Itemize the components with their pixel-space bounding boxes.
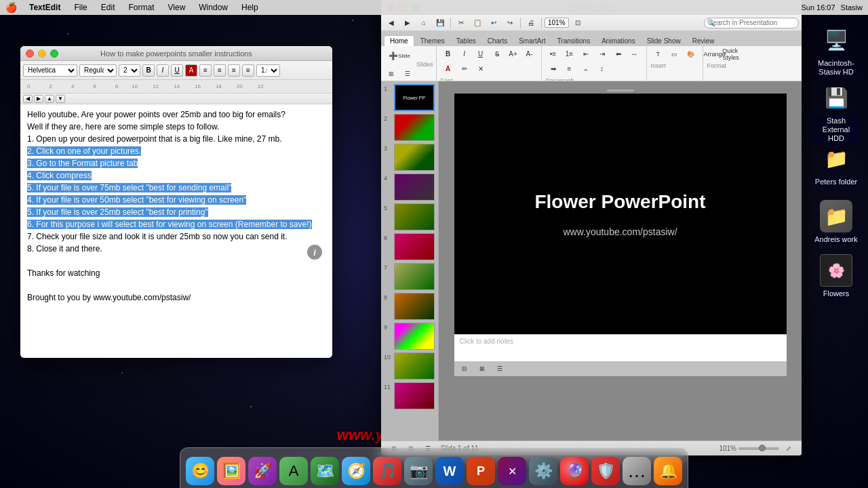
para-numbered[interactable]: 1≡: [562, 47, 577, 61]
slide-grid-btn[interactable]: ⊞: [384, 67, 399, 81]
para-align-center[interactable]: ↔: [627, 47, 642, 61]
ppt-fwd-btn[interactable]: ▶: [400, 16, 415, 30]
slide-img-1[interactable]: Flower PP: [394, 84, 435, 111]
dock-shield[interactable]: 🛡️: [591, 457, 620, 485]
slide-img-11[interactable]: [394, 382, 435, 409]
resize-handle-top[interactable]: ···: [454, 88, 787, 92]
slide-thumb-4[interactable]: 4: [384, 174, 435, 201]
dock-maps[interactable]: 🗺️: [311, 457, 339, 485]
font-size-dec[interactable]: A-: [522, 47, 537, 61]
desktop-icon-macintosh-hd[interactable]: 🖥️ Macintosh-Stasiw HD: [812, 24, 860, 77]
tab-review[interactable]: Review: [687, 36, 720, 46]
justify-button[interactable]: ≡: [242, 64, 254, 77]
format-quick-styles[interactable]: Quick Styles: [724, 47, 738, 61]
ppt-home-btn[interactable]: ⌂: [416, 16, 431, 30]
tab-animations[interactable]: Animations: [596, 36, 640, 46]
tab-slideshow[interactable]: Slide Show: [642, 36, 686, 46]
slide-thumb-5[interactable]: 5: [384, 203, 435, 230]
slide-img-9[interactable]: [394, 323, 435, 350]
slide-thumb-9[interactable]: 9: [384, 323, 435, 350]
size-select[interactable]: 24: [119, 64, 140, 77]
slide-img-10[interactable]: [394, 352, 435, 380]
nav-right-button[interactable]: ▶: [34, 95, 43, 103]
dock-photos[interactable]: 🖼️: [217, 457, 245, 485]
zoom-control[interactable]: 101% ⤢: [719, 442, 796, 455]
zoom-fullscreen[interactable]: ⤢: [781, 442, 796, 455]
align-left-button[interactable]: ≡: [199, 64, 212, 77]
dock-safari[interactable]: 🧭: [342, 457, 370, 485]
para-align-right[interactable]: ➡: [546, 62, 561, 76]
font-select[interactable]: Helvetica: [23, 64, 77, 77]
underline-button[interactable]: U: [171, 64, 183, 77]
font-strikethrough[interactable]: S̶: [490, 47, 505, 61]
tab-charts[interactable]: Charts: [482, 36, 513, 46]
para-align-left[interactable]: ⬅: [611, 47, 626, 61]
align-right-button[interactable]: ≡: [228, 64, 240, 77]
para-columns[interactable]: ⫠: [578, 62, 593, 76]
dock-more[interactable]: …: [623, 457, 651, 485]
maximize-button[interactable]: [50, 49, 58, 58]
style-select[interactable]: Regular: [79, 64, 117, 77]
tab-themes[interactable]: Themes: [415, 36, 450, 46]
dock-recents[interactable]: 🔔: [654, 457, 682, 485]
zoom-fit-btn[interactable]: ⊡: [570, 16, 585, 30]
align-center-button[interactable]: ≡: [214, 64, 226, 77]
dock-launchpad[interactable]: 🚀: [248, 457, 277, 485]
tab-smartart[interactable]: SmartArt: [513, 36, 551, 46]
insert-color[interactable]: 🎨: [684, 47, 698, 61]
font-underline[interactable]: U: [473, 47, 488, 61]
menubar-edit[interactable]: Edit: [96, 1, 121, 14]
insert-textbox[interactable]: T: [651, 47, 666, 61]
ppt-print-btn[interactable]: 🖨: [524, 16, 538, 30]
slide-normal-view[interactable]: ⊟: [457, 362, 472, 375]
slide-img-5[interactable]: [394, 203, 435, 230]
desktop-icon-peters-folder[interactable]: 📁 Peters folder: [812, 142, 860, 187]
font-clear[interactable]: ✕: [473, 62, 488, 76]
slide-list-btn[interactable]: ☰: [400, 67, 415, 81]
para-spacing[interactable]: ↕: [595, 62, 610, 76]
slide-thumb-2[interactable]: 2: [384, 114, 435, 141]
slide-img-2[interactable]: [394, 114, 435, 141]
ppt-cut-btn[interactable]: ✂: [454, 16, 469, 30]
desktop-icon-stash-hd[interactable]: 💾 Stash External HDD: [812, 81, 860, 144]
slide-thumb-1[interactable]: 1 Flower PP: [384, 84, 435, 111]
format-arrange[interactable]: Arrange: [707, 47, 722, 61]
slide-thumb-7[interactable]: 7: [384, 263, 435, 290]
dock-appstore[interactable]: A: [279, 457, 308, 485]
slide-img-8[interactable]: [394, 293, 435, 320]
slide-notes[interactable]: Click to add notes: [454, 334, 787, 361]
tab-transitions[interactable]: Transitions: [552, 36, 596, 46]
nav-up-button[interactable]: ▲: [45, 95, 54, 103]
tab-tables[interactable]: Tables: [451, 36, 481, 46]
font-italic[interactable]: I: [457, 47, 472, 61]
menubar-help[interactable]: Help: [236, 1, 264, 14]
slide-slide-view[interactable]: ⊠: [475, 362, 490, 375]
font-bold[interactable]: B: [441, 47, 456, 61]
bold-button[interactable]: B: [142, 64, 155, 77]
info-bubble[interactable]: i: [307, 245, 322, 260]
close-button[interactable]: [26, 49, 34, 58]
spacing-select[interactable]: 1.0: [256, 64, 280, 77]
para-bullet[interactable]: •≡: [546, 47, 561, 61]
menubar-file[interactable]: File: [68, 1, 92, 14]
ppt-copy-btn[interactable]: 📋: [470, 16, 485, 30]
desktop-icon-andreis-work[interactable]: 📁 Andreis work: [812, 200, 860, 245]
menubar-app-name[interactable]: TextEdit: [24, 1, 66, 14]
ppt-search-input[interactable]: [704, 18, 799, 28]
dock-camera[interactable]: 📷: [404, 457, 433, 485]
ppt-undo-btn[interactable]: ↩: [486, 16, 501, 30]
slide-panel[interactable]: 1 Flower PP 2 3 4 5: [381, 81, 439, 441]
tab-home[interactable]: Home: [384, 35, 414, 46]
para-indent-inc[interactable]: ⇥: [595, 47, 610, 61]
textedit-content[interactable]: Hello youtube, Are your power points ove…: [20, 104, 332, 358]
slide-thumb-3[interactable]: 3: [384, 144, 435, 171]
slide-img-4[interactable]: [394, 174, 435, 201]
slide-thumb-8[interactable]: 8: [384, 293, 435, 320]
para-indent-dec[interactable]: ⇤: [578, 47, 593, 61]
slide-thumb-10[interactable]: 10: [384, 352, 435, 380]
slide-img-7[interactable]: [394, 263, 435, 290]
dock-powerpoint[interactable]: P: [467, 457, 495, 485]
ppt-save-btn[interactable]: 💾: [433, 16, 448, 30]
zoom-slider[interactable]: [738, 447, 779, 450]
menubar-view[interactable]: View: [163, 1, 191, 14]
